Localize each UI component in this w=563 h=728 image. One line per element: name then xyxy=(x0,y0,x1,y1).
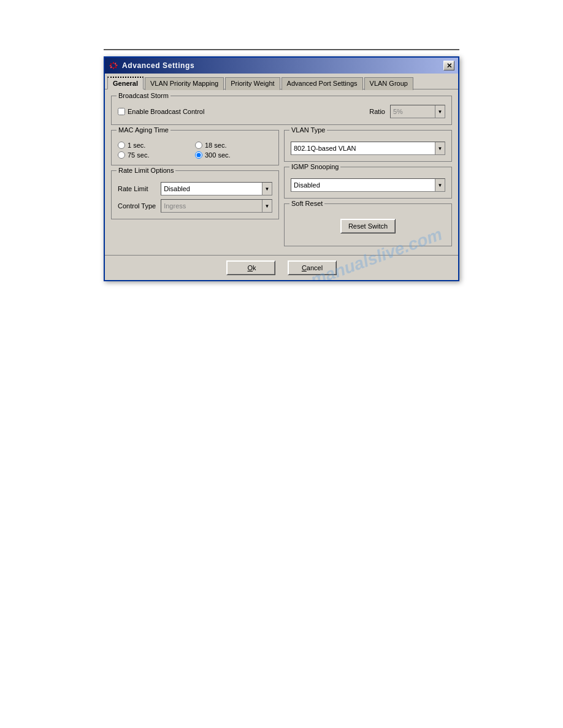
svg-marker-6 xyxy=(109,65,112,66)
rate-limit-select-value: Disabled xyxy=(161,185,262,192)
tab-vlan-group[interactable]: VLAN Group xyxy=(364,77,413,90)
page-wrapper: Advanced Settings ✕ General VLAN Priorit… xyxy=(104,49,459,281)
huawei-logo-svg xyxy=(109,61,118,70)
ratio-select-value: 5% xyxy=(391,108,435,115)
igmp-snooping-select-value: Disabled xyxy=(291,181,435,189)
mac-aging-75sec-label[interactable]: 75 sec. xyxy=(118,151,195,159)
mac-aging-1sec-label[interactable]: 1 sec. xyxy=(118,142,195,149)
vlan-type-select-value: 802.1Q-based VLAN xyxy=(291,145,435,152)
dialog-window: Advanced Settings ✕ General VLAN Priorit… xyxy=(104,56,459,281)
huawei-logo-icon xyxy=(109,61,118,70)
svg-marker-7 xyxy=(110,63,112,66)
rate-limit-grid: Rate Limit Disabled ▼ Control Type Ingre… xyxy=(118,180,272,213)
control-type-field-label: Control Type xyxy=(118,202,156,210)
top-divider xyxy=(104,49,459,50)
broadcast-control-label[interactable]: Enable Broadcast Control xyxy=(118,108,204,115)
control-type-select[interactable]: Ingress ▼ xyxy=(161,199,272,213)
rate-limit-label: Rate Limit Options xyxy=(117,167,175,174)
broadcast-storm-group: Broadcast Storm Enable Broadcast Control… xyxy=(111,96,452,125)
mac-aging-300sec-label[interactable]: 300 sec. xyxy=(195,151,272,159)
ratio-select[interactable]: 5% ▼ xyxy=(390,105,445,118)
title-bar-left: Advanced Settings xyxy=(109,61,194,70)
soft-reset-group: Soft Reset Reset Switch xyxy=(284,203,452,246)
mac-aging-75sec-radio[interactable] xyxy=(118,151,125,159)
tab-general[interactable]: General xyxy=(107,77,144,89)
tab-vlan-priority[interactable]: VLAN Priority Mapping xyxy=(145,77,224,90)
rate-limit-field-label: Rate Limit xyxy=(118,185,156,192)
svg-marker-4 xyxy=(112,67,115,70)
mac-aging-1sec-radio[interactable] xyxy=(118,142,125,149)
dialog-title: Advanced Settings xyxy=(122,61,194,70)
ok-label: Ok xyxy=(245,264,256,271)
svg-marker-1 xyxy=(115,63,117,66)
dialog-footer: Ok Cancel xyxy=(105,255,458,280)
left-column: MAC Aging Time 1 sec. 18 sec. xyxy=(111,130,279,251)
broadcast-storm-row: Enable Broadcast Control Ratio 5% ▼ xyxy=(118,105,445,118)
ratio-row: Ratio 5% ▼ xyxy=(369,105,445,118)
igmp-snooping-dropdown-arrow[interactable]: ▼ xyxy=(435,179,445,191)
broadcast-control-text: Enable Broadcast Control xyxy=(128,108,204,115)
tabs-row: General VLAN Priority Mapping Priority W… xyxy=(105,74,458,89)
igmp-snooping-group: IGMP Snooping Disabled ▼ xyxy=(284,167,452,199)
control-type-select-value: Ingress xyxy=(161,202,262,210)
reset-switch-button[interactable]: Reset Switch xyxy=(340,219,396,233)
mac-aging-18sec-label[interactable]: 18 sec. xyxy=(195,142,272,149)
svg-marker-5 xyxy=(110,66,113,69)
ok-button[interactable]: Ok xyxy=(226,260,275,275)
rate-limit-select[interactable]: Disabled ▼ xyxy=(161,182,272,195)
tab-priority-weight[interactable]: Priority Weight xyxy=(225,77,280,90)
soft-reset-label: Soft Reset xyxy=(289,200,324,207)
svg-marker-0 xyxy=(112,62,115,64)
vlan-type-label: VLAN Type xyxy=(289,126,327,134)
svg-marker-3 xyxy=(115,66,117,69)
mac-aging-300sec-radio[interactable] xyxy=(195,151,202,159)
dialog-content: Broadcast Storm Enable Broadcast Control… xyxy=(105,89,458,255)
mac-aging-grid: 1 sec. 18 sec. 75 sec. xyxy=(118,139,272,159)
soft-reset-content: Reset Switch xyxy=(291,213,445,240)
igmp-snooping-select[interactable]: Disabled ▼ xyxy=(291,178,445,192)
ratio-dropdown-arrow[interactable]: ▼ xyxy=(435,105,445,118)
igmp-snooping-label: IGMP Snooping xyxy=(289,163,340,170)
mac-aging-group: MAC Aging Time 1 sec. 18 sec. xyxy=(111,130,279,165)
broadcast-storm-label: Broadcast Storm xyxy=(117,92,170,99)
tab-advanced-port[interactable]: Advanced Port Settings xyxy=(282,77,363,90)
control-type-dropdown-arrow[interactable]: ▼ xyxy=(262,200,272,212)
mac-aging-18sec-text: 18 sec. xyxy=(205,142,226,149)
mac-aging-label: MAC Aging Time xyxy=(117,126,170,134)
close-button[interactable]: ✕ xyxy=(443,61,454,70)
cancel-button[interactable]: Cancel xyxy=(288,260,337,275)
mac-aging-75sec-text: 75 sec. xyxy=(128,151,149,159)
mac-aging-18sec-radio[interactable] xyxy=(195,142,202,149)
vlan-type-dropdown-arrow[interactable]: ▼ xyxy=(435,142,445,154)
broadcast-control-checkbox[interactable] xyxy=(118,108,125,115)
title-bar: Advanced Settings ✕ xyxy=(105,58,458,74)
main-columns: MAC Aging Time 1 sec. 18 sec. xyxy=(111,130,452,251)
mac-aging-1sec-text: 1 sec. xyxy=(128,142,145,149)
mac-aging-300sec-text: 300 sec. xyxy=(205,151,231,159)
vlan-type-group: VLAN Type 802.1Q-based VLAN ▼ xyxy=(284,130,452,162)
vlan-type-select[interactable]: 802.1Q-based VLAN ▼ xyxy=(291,142,445,155)
svg-marker-2 xyxy=(116,64,118,66)
rate-limit-dropdown-arrow[interactable]: ▼ xyxy=(262,183,272,195)
cancel-label: Cancel xyxy=(302,264,323,271)
right-column: VLAN Type 802.1Q-based VLAN ▼ IGMP Snoop… xyxy=(284,130,452,251)
ratio-label: Ratio xyxy=(369,108,385,115)
rate-limit-group: Rate Limit Options Rate Limit Disabled ▼… xyxy=(111,170,279,219)
